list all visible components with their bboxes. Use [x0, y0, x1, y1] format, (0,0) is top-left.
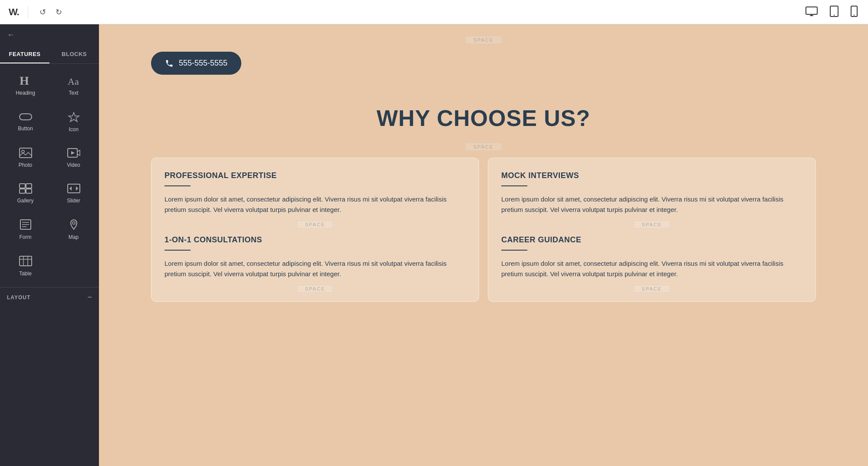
card-text-1: Lorem ipsum dolor sit amet, consectetur …: [501, 194, 802, 215]
card-text-2: Lorem ipsum dolor sit amet, consectetur …: [164, 258, 466, 279]
svg-rect-9: [20, 114, 32, 120]
card-divider-0: [164, 185, 191, 186]
svg-point-4: [834, 15, 835, 16]
why-title: WHY CHOOSE US?: [151, 105, 816, 131]
tablet-icon: [830, 6, 838, 17]
desktop-icon: [806, 7, 818, 16]
canvas-area: SPACE 555-555-5555 WHY CHOOSE US? SPACE: [99, 24, 868, 466]
button-icon: [19, 112, 33, 122]
card-mock-interviews: MOCK INTERVIEWS Lorem ipsum dolor sit am…: [488, 158, 816, 302]
photo-icon: [19, 147, 33, 159]
layout-section: LAYOUT −: [0, 287, 99, 307]
slider-icon: [67, 183, 81, 194]
feature-form[interactable]: Form: [2, 212, 49, 247]
mobile-view-button[interactable]: [849, 4, 859, 20]
svg-rect-17: [26, 189, 32, 193]
feature-photo[interactable]: Photo: [2, 140, 49, 175]
card-space-label-1: SPACE: [634, 221, 670, 228]
topbar: W. ↺ ↻: [0, 0, 868, 24]
feature-gallery[interactable]: Gallery: [2, 176, 49, 211]
top-section: SPACE 555-555-5555: [99, 24, 868, 88]
card-title-2: 1-ON-1 CONSULTATIONS: [164, 235, 466, 245]
sidebar-tabs: FEATURES BLOCKS: [0, 46, 99, 64]
feature-button[interactable]: Button: [2, 104, 49, 139]
svg-marker-13: [71, 151, 75, 155]
feature-map[interactable]: Map: [50, 212, 97, 247]
svg-rect-15: [26, 184, 32, 188]
cards-grid: PROFESSIONAL EXPERTISE Lorem ipsum dolor…: [151, 158, 816, 302]
svg-rect-16: [20, 189, 25, 193]
feature-heading[interactable]: H Heading: [2, 67, 49, 103]
heading-label: Heading: [16, 90, 35, 96]
back-button[interactable]: ←: [0, 24, 99, 46]
svg-marker-19: [69, 186, 72, 191]
why-space-label: SPACE: [465, 143, 502, 151]
card-text-3: Lorem ipsum dolor sit amet, consectetur …: [501, 258, 802, 279]
map-label: Map: [69, 234, 79, 240]
feature-video[interactable]: Video: [50, 140, 97, 175]
form-label: Form: [20, 234, 32, 240]
sidebar: ← FEATURES BLOCKS H Heading Aa: [0, 24, 99, 466]
svg-marker-20: [76, 186, 78, 191]
card-space-3: SPACE: [501, 284, 802, 293]
icon-icon: [67, 111, 81, 123]
gallery-label: Gallery: [17, 198, 33, 204]
main-layout: ← FEATURES BLOCKS H Heading Aa: [0, 24, 868, 466]
mobile-icon: [851, 6, 858, 17]
feature-icon[interactable]: Icon: [50, 104, 97, 139]
back-arrow-icon: ←: [7, 30, 15, 40]
redo-button[interactable]: ↻: [53, 6, 65, 19]
features-grid: H Heading Aa Text But: [0, 64, 99, 287]
device-icons-group: [804, 4, 859, 20]
card-space-2: SPACE: [164, 284, 466, 293]
tab-features[interactable]: FEATURES: [0, 46, 49, 63]
slider-label: Slider: [67, 198, 80, 204]
why-space-row: SPACE: [99, 140, 868, 153]
layout-collapse-button[interactable]: −: [87, 293, 92, 302]
layout-label: LAYOUT: [7, 294, 30, 301]
top-space-label: SPACE: [465, 36, 502, 44]
card-professional-expertise: PROFESSIONAL EXPERTISE Lorem ipsum dolor…: [151, 158, 479, 302]
card-space-label-0: SPACE: [297, 221, 333, 228]
text-icon: Aa: [67, 74, 81, 86]
feature-slider[interactable]: Slider: [50, 176, 97, 211]
card-divider-3: [501, 250, 527, 251]
text-label: Text: [69, 90, 78, 96]
svg-text:H: H: [20, 74, 29, 86]
tab-blocks[interactable]: BLOCKS: [49, 46, 99, 63]
phone-number: 555-555-5555: [179, 59, 227, 68]
app-logo: W.: [9, 7, 19, 18]
card-space-1: SPACE: [501, 220, 802, 228]
phone-button[interactable]: 555-555-5555: [151, 52, 241, 75]
card-space-label-2: SPACE: [297, 285, 333, 293]
undo-button[interactable]: ↺: [37, 6, 49, 19]
video-icon: [67, 147, 81, 159]
card-title-1: MOCK INTERVIEWS: [501, 171, 802, 180]
undo-redo-group: ↺ ↻: [37, 6, 65, 19]
svg-rect-26: [20, 256, 32, 266]
desktop-view-button[interactable]: [804, 5, 819, 19]
button-label: Button: [18, 126, 33, 132]
feature-table[interactable]: Table: [2, 248, 49, 284]
svg-rect-14: [20, 184, 25, 188]
card-text-0: Lorem ipsum dolor sit amet, consectetur …: [164, 194, 466, 215]
icon-label: Icon: [69, 126, 79, 132]
card-divider-2: [164, 250, 191, 251]
svg-text:Aa: Aa: [68, 76, 79, 86]
svg-point-25: [72, 222, 75, 225]
card-space-0: SPACE: [164, 220, 466, 228]
card-divider-1: [501, 185, 527, 186]
topbar-divider: [28, 6, 28, 18]
tablet-view-button[interactable]: [828, 4, 840, 20]
svg-point-6: [854, 15, 855, 16]
map-icon: [68, 218, 80, 231]
why-section: WHY CHOOSE US?: [99, 88, 868, 140]
feature-text[interactable]: Aa Text: [50, 67, 97, 103]
form-icon: [19, 218, 33, 231]
phone-icon: [165, 59, 174, 68]
card-title-3: CAREER GUIDANCE: [501, 235, 802, 245]
table-icon: [19, 255, 33, 267]
video-label: Video: [67, 162, 80, 168]
photo-label: Photo: [19, 162, 32, 168]
top-space-row: SPACE: [151, 33, 816, 46]
